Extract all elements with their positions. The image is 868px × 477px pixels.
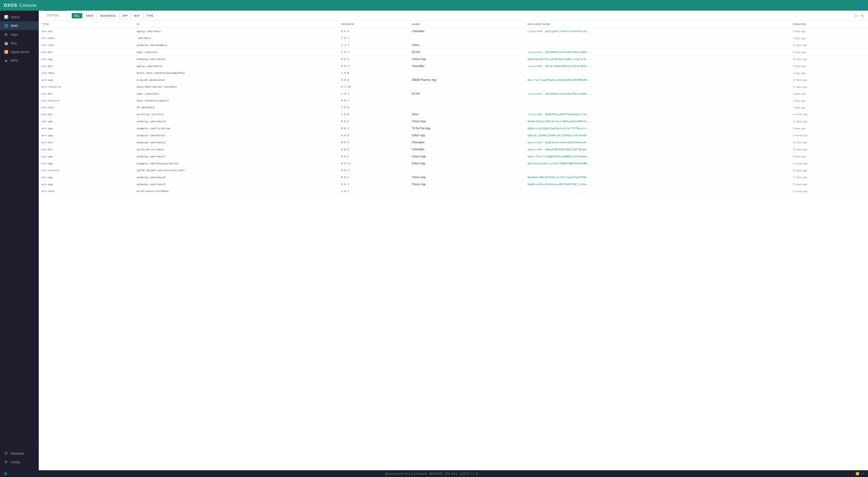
table-row[interactable]: wrn:resourcedxos/xbox:devnet-unstable0.1… [39,84,868,90]
hash-link[interactable]: macos/x64: QmXpSm7proeRoedNsBJVmkkyWf... [527,141,592,144]
sidebar-item-metadata[interactable]: ☰ Metadata [0,449,39,457]
cell-id: ipfs0.2ela47.xyz/services/ipfs [134,167,338,174]
col-header-type: TYPE [39,21,134,28]
cell-created: 4 days ago [790,49,868,56]
table-row[interactable]: wrn:serviceipfs0.2ela47.xyz/services/ipf… [39,167,868,174]
topbar-user-icon[interactable]: 👤 [859,3,864,8]
close-button[interactable]: ✕ [861,13,864,19]
table-row[interactable]: wrn:botegor.com/echo11.0.1ECHOlinux/arm:… [39,90,868,97]
hash-link[interactable]: QmXRzmVQuQi5HSCAntbckrKRXbyQ6GeHAM27p... [527,120,592,123]
table-row[interactable]: wrn:xbox.am/xbox11.0.17 days ago [39,35,868,42]
status-ok-icon: ✓ [861,472,864,476]
hash-link[interactable]: QmbMczxR2uibFkDdxGezDEXTh6PJURCj2nXbv... [527,183,592,186]
cell-version: 0.0.5 [338,181,409,188]
cell-hash: QmQjQLJ3XbNZy16bMc34C2ZPdQwJsTDL8om9F... [525,132,790,139]
table-row[interactable]: wrn:appd.boreh.am/planner0.0.6DBDB Plann… [39,76,868,84]
table-row[interactable]: wrn:botegorg.com/chess20.0.3ChessBotlinu… [39,63,868,70]
col-header-id: ID [134,21,338,28]
sidebar-item-bots[interactable]: 🤖 Bots [0,39,39,47]
cell-created: 7 days ago [790,104,868,111]
cell-type: wrn:bot [39,90,134,97]
cell-hash: QmQestLg3JHpaCSag5bnSu2olbcYTK7NxyStz... [525,125,790,132]
table-row[interactable]: wrn:appelmasse.com/editor0.0.8Editor App… [39,132,868,139]
cell-type: wrn:app [39,153,134,160]
cell-hash: QmXRzmVQuQi5HSCAntbckrKRXbyQ6GeHAM27p... [525,118,790,125]
sidebar-item-signal-server[interactable]: 📶 Signal Server [0,47,39,56]
filter-btn-xbox[interactable]: XBOX [83,13,96,19]
cell-name [409,70,525,76]
table-row[interactable]: wrn:appashwinp.com/chess40.0.5Chess AppQ… [39,118,868,125]
filter-btn-app[interactable]: APP [119,13,130,19]
cell-created: 11 days ago [790,42,868,49]
filter-btn-bot[interactable]: BOT [131,13,143,19]
hash-link[interactable]: QmQestLg3JHpaCSag5bnSu2olbcYTK7NxyStz... [527,127,592,130]
filter-btn-all[interactable]: ALL [72,13,82,19]
cell-version: 0.0.5 [338,118,409,125]
hash-link[interactable]: QmdS62poqEtSFLpZnMCqGgl4gWKz1J3gfyCGL... [527,58,592,61]
sidebar-item-wns[interactable]: 🌐 WNS [0,21,39,30]
table-row[interactable]: wrn:servicedxos.network/signal10.0.15 da… [39,97,868,104]
table-row[interactable]: wrn:botwireline.io/chess0.0.6ChessBotmac… [39,146,868,153]
filter-btn-type[interactable]: TYPE [144,13,156,19]
sidebar-main-items: 📊 Status 🌐 WNS ⊞ Apps 🤖 Bots 📶 Signal Se… [0,12,39,65]
sidebar-item-config[interactable]: ⚙ Config [0,457,39,466]
hash-link[interactable]: linux/arm: QmX3DDmeFunX5aVmaTNnViwQUe... [527,51,592,54]
cell-name: ChessBot [409,28,525,35]
cell-name: Store [409,111,525,118]
cell-type: wrn:bot [39,146,134,153]
hash-link[interactable]: QmQjQLJ3XbNZy16bMc34C2ZPdQwJsTDL8om9F... [527,134,592,137]
filter-btn-resource[interactable]: RESOURCE [97,13,118,19]
table-row[interactable]: wrn:botegorg.com/chess0.0.4ChessBotlinux… [39,28,868,35]
cell-type: wrn:app [39,181,134,188]
table-row[interactable]: wrn:xboxboxes.dxos.network/boxaab2f6ce1.… [39,70,868,76]
cell-id: example.com/ashwinp/editor [134,160,338,167]
cell-hash [525,167,790,174]
table-row[interactable]: wrn:botashwinp.com/chess30.0.5ChessBotma… [39,139,868,146]
cell-version: 0.0.4 [338,28,409,35]
status-sys: SYS: 0.0.1 [445,472,458,475]
table-row[interactable]: wrn:appashwinp.com/chess70.0.5Chess AppQ… [39,153,868,160]
hash-link[interactable]: macos/x64: QmQu8YRBJD9AjRbEteDFlNudmz... [527,148,592,151]
table-row[interactable]: wrn:appexample.com/ashwinp/editor0.0.11E… [39,160,868,167]
sidebar-item-apps[interactable]: ⊞ Apps [0,30,39,39]
table-row[interactable]: wrn:appashwinp.com/chess30.0.5Chess AppQ… [39,181,868,188]
status-date: 05/25/2020 [429,472,442,475]
hash-link[interactable]: QmenZeuvkSdmlixCX9xtXW6NZnMDF8XVhDhMW... [527,162,592,165]
hash-link[interactable]: linux/x64: QmZzg5HtLfehdcGlyFaVx4o22U... [527,30,592,33]
table-row[interactable]: wrn:xboxeh.am/xbox11.0.07 days ago [39,104,868,111]
cell-version: 1.0.0 [338,70,409,76]
sidebar: 📊 Status 🌐 WNS ⊞ Apps 🤖 Bots 📶 Signal Se… [0,11,39,470]
hash-link[interactable]: QmUxrf3xcft2UqNP6DVHxAxBWBSLyF5YmVpbw... [527,155,592,158]
cell-hash [525,42,790,49]
cell-hash: linux/x64: QmUE6PALgZbKVT9uQwbqGtckjm... [525,111,790,118]
cell-version: 0.0.6 [338,146,409,153]
hash-link[interactable]: linux/x64: QmYgL3HXwe3NzBjHt3DLKZ4kG6... [527,65,592,68]
cell-type: wrn:bot [39,63,134,70]
sidebar-label-wns: WNS [11,24,18,28]
cell-name: ChessBot [409,139,525,146]
table-row[interactable]: wrn:appashwinp.com/chess20.0.5Chess AppQ… [39,56,868,63]
table-row[interactable]: wrn:appexample.com/tictactoe0.0.1TicTacT… [39,125,868,132]
table-container[interactable]: TYPEIDVERSIONNAMEPACKAGE HASHCREATED wrn… [39,21,868,470]
status-text: @dxos/console-client (1.0.0-beta.0) 05/2… [10,472,853,475]
hash-link[interactable]: linux/x64: QmUE6PALgZbKVT9uQwbqGtckjm... [527,113,592,116]
tab-actions: ▷ ✕ [855,13,864,19]
cell-version: 0.0.1 [338,97,409,104]
sidebar-item-status[interactable]: 📊 Status [0,12,39,21]
hash-link[interactable]: linux/arm: QmX3DDmeFunX5aVmaTNnViwQUe... [527,92,592,95]
table-row[interactable]: wrn:botwireline.io/store1.0.0Storelinux/… [39,111,868,118]
cell-type: wrn:app [39,56,134,63]
table-row[interactable]: wrn:appashwinp.com/chess60.0.5Chess AppQ… [39,174,868,181]
table-row[interactable]: wrn:botegor.com/echo1.0.1ECHOlinux/arm: … [39,49,868,56]
hash-link[interactable]: Qmdk6bLVRBjHGYHdDiuC2h9cTgsGXTwD9Y5Wt... [527,176,592,179]
wns-icon: 🌐 [4,24,8,28]
cell-id: egorg.com/chess [134,28,338,35]
cell-version: 0.0.3 [338,63,409,70]
cell-hash: linux/x64: QmYgL3HXwe3NzBjHt3DLKZ4kG6... [525,63,790,70]
tab-status[interactable]: STATUS [42,11,67,21]
hash-link[interactable]: Qmct7az2TgqeTRwnbzcKbRxQoKEkoHEPBQkHR... [527,78,592,82]
table-row[interactable]: wrn:xboxwirelineio/tinchobox1.0.1a month… [39,188,868,195]
table-row[interactable]: wrn:textashwinp.com/example1.1.1chess11 … [39,42,868,49]
sidebar-item-ipfs[interactable]: ◈ IPFS [0,56,39,65]
play-button[interactable]: ▷ [855,13,859,19]
